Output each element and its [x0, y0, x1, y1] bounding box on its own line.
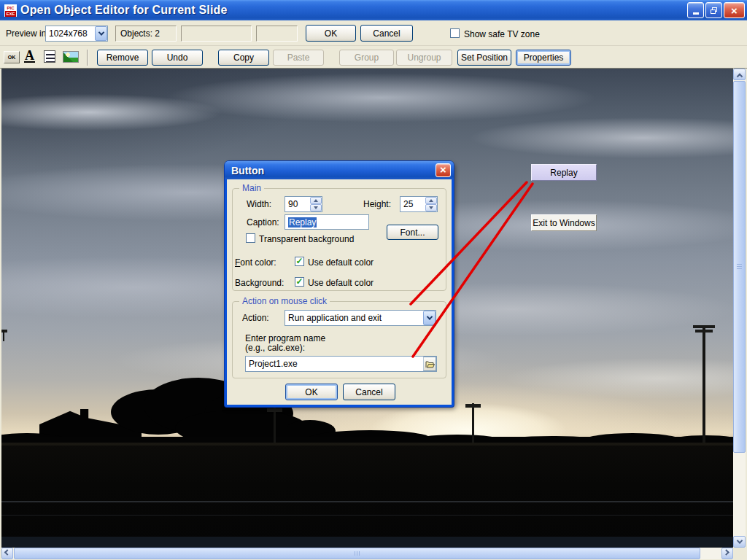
- status-panel-empty-2: [256, 26, 298, 42]
- dialog-ok-button[interactable]: OK: [285, 384, 338, 400]
- close-button[interactable]: ×: [724, 2, 745, 18]
- font-color-default-checkbox[interactable]: ✓: [295, 257, 304, 266]
- slide-object-exit-button[interactable]: Exit to Windows: [531, 214, 597, 231]
- program-name-label-line1: Enter program name: [245, 333, 325, 343]
- height-label: Height:: [363, 199, 391, 209]
- font-button[interactable]: Font...: [387, 225, 438, 240]
- caption-selected-text: Replay: [288, 217, 317, 228]
- remove-button[interactable]: Remove: [97, 50, 148, 66]
- dialog-close-button[interactable]: ×: [436, 163, 451, 177]
- cancel-button[interactable]: Cancel: [360, 25, 413, 42]
- vertical-scroll-thumb[interactable]: [733, 81, 746, 453]
- dialog-client-area: Main Width: 90 Height: 25 Caption: Repla…: [227, 179, 452, 405]
- slide-object-replay-button[interactable]: Replay: [531, 164, 597, 181]
- properties-button[interactable]: Properties: [516, 50, 571, 66]
- width-spinner[interactable]: [310, 197, 322, 211]
- ungroup-button[interactable]: Ungroup: [396, 50, 452, 66]
- photo-bottom-strip: [1, 537, 733, 548]
- insert-image-object-icon[interactable]: [63, 51, 79, 63]
- light-pole: [703, 325, 705, 443]
- preview-in-label: Preview in:: [6, 28, 49, 39]
- dialog-cancel-button[interactable]: Cancel: [343, 384, 395, 400]
- group-button[interactable]: Group: [339, 50, 394, 66]
- width-label: Width:: [247, 199, 271, 209]
- minimize-button[interactable]: [687, 2, 704, 18]
- preview-resolution-combobox[interactable]: 747x560: [45, 26, 108, 42]
- light-pole: [274, 408, 276, 444]
- spin-down-icon[interactable]: [310, 204, 322, 211]
- spin-up-icon[interactable]: [310, 197, 322, 204]
- fence-silhouette: [1, 515, 733, 516]
- minimize-icon: [693, 12, 699, 15]
- fence-silhouette: [1, 501, 733, 502]
- chevron-up-icon: [736, 74, 742, 79]
- caption-input[interactable]: Replay: [285, 214, 369, 230]
- toolbar-separator: [87, 50, 88, 66]
- transparent-background-checkbox[interactable]: [246, 233, 255, 243]
- open-folder-icon: [425, 360, 435, 368]
- spin-down-icon[interactable]: [425, 204, 437, 211]
- chevron-left-icon: [4, 549, 10, 555]
- action-combobox[interactable]: Run application and exit: [285, 310, 436, 326]
- dialog-title: Button: [231, 165, 264, 176]
- insert-paragraph-object-icon[interactable]: [44, 50, 55, 63]
- preview-resolution-value: 747x560: [49, 28, 88, 39]
- background-default-label: Use default color: [308, 278, 374, 288]
- title-bar: PIC EXE Open Object Editor for Current S…: [0, 0, 747, 20]
- thumb-grip: [354, 551, 360, 556]
- scroll-right-button[interactable]: [721, 548, 733, 559]
- check-icon: ✓: [295, 278, 303, 285]
- combo-dropdown-button[interactable]: [423, 311, 436, 325]
- width-input[interactable]: 90: [285, 196, 322, 212]
- floodlight-fixture: [695, 330, 713, 332]
- status-panel-empty-1: [181, 26, 252, 42]
- transparent-background-label: Transparent background: [259, 234, 354, 244]
- browse-file-button[interactable]: [423, 357, 436, 371]
- program-name-label-line2: (e.g., calc.exe):: [245, 343, 305, 353]
- combo-dropdown-button[interactable]: [95, 26, 107, 41]
- insert-button-object-icon[interactable]: OK: [4, 51, 20, 63]
- copy-button[interactable]: Copy: [218, 50, 269, 66]
- undo-button[interactable]: Undo: [152, 50, 203, 66]
- action-group-label: Action on mouse click: [239, 296, 330, 306]
- horizontal-scroll-thumb[interactable]: [14, 548, 700, 559]
- horizontal-scrollbar[interactable]: [1, 548, 733, 559]
- ok-button[interactable]: OK: [306, 25, 356, 42]
- light-pole: [3, 330, 4, 341]
- scroll-up-button[interactable]: [733, 69, 746, 80]
- edit-toolbar: OK A Remove Undo Copy Paste Group Ungrou…: [0, 47, 747, 69]
- floodlight-fixture: [465, 404, 481, 408]
- chevron-down-icon: [426, 314, 432, 319]
- font-color-default-label: Use default color: [308, 257, 374, 268]
- thumb-grip: [737, 264, 742, 270]
- chevron-down-icon: [98, 29, 104, 35]
- photo-ground: [1, 443, 733, 548]
- scroll-down-button[interactable]: [733, 536, 746, 548]
- height-input[interactable]: 25: [400, 196, 438, 212]
- check-icon: ✓: [295, 257, 303, 265]
- background-label: Background:: [235, 278, 284, 288]
- floodlight-fixture: [693, 325, 715, 328]
- font-color-label: Font color:: [235, 257, 276, 268]
- background-default-checkbox[interactable]: ✓: [295, 277, 304, 287]
- chevron-right-icon: [723, 549, 729, 555]
- scroll-left-button[interactable]: [1, 548, 13, 559]
- set-position-button[interactable]: Set Position: [457, 50, 511, 66]
- restore-button[interactable]: [705, 2, 722, 18]
- paste-button[interactable]: Paste: [273, 50, 324, 66]
- vertical-scrollbar[interactable]: [733, 69, 746, 548]
- insert-text-object-icon[interactable]: A: [24, 50, 35, 63]
- app-icon: PIC EXE: [4, 4, 17, 17]
- spin-up-icon[interactable]: [425, 197, 437, 204]
- main-group-label: Main: [239, 183, 264, 193]
- action-label: Action:: [242, 313, 269, 323]
- height-spinner[interactable]: [425, 197, 437, 211]
- dialog-title-bar[interactable]: Button ×: [225, 161, 454, 179]
- slide-canvas[interactable]: Replay Exit to Windows Button × Main Wid…: [1, 69, 733, 548]
- button-properties-dialog: Button × Main Width: 90 Height: 25 Capti…: [225, 161, 454, 407]
- light-pole: [472, 403, 474, 444]
- safe-tv-zone-checkbox[interactable]: [450, 28, 460, 38]
- window-title: Open Object Editor for Current Slide: [20, 4, 228, 17]
- restore-icon: [711, 7, 717, 14]
- program-name-input[interactable]: Project1.exe: [245, 356, 437, 372]
